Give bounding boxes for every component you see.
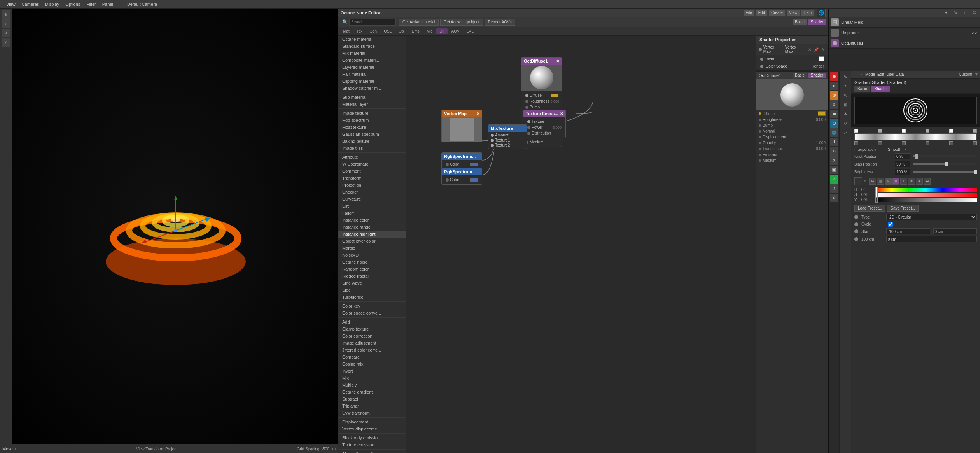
gradient-stop-bottom-2[interactable] (878, 141, 882, 145)
sidebar-item-composite[interactable]: Composite materi... (338, 57, 406, 64)
sidebar-item-shadow-catcher[interactable]: Shadow catcher m... (338, 85, 406, 92)
gradient-main-bar[interactable] (854, 133, 977, 140)
sidebar-item-add[interactable]: Add (338, 318, 406, 325)
menu-view-btn[interactable]: View (787, 10, 800, 16)
node-close-icon[interactable]: ✕ (556, 59, 559, 63)
tab-obj[interactable]: Obj (396, 28, 408, 34)
menu-create-btn[interactable]: Create (769, 10, 785, 16)
tab-c4d[interactable]: C4D (464, 28, 478, 34)
pin-vertex-map-btn[interactable]: 📌 (814, 47, 819, 52)
sidebar-item-mix-material[interactable]: Mix material (338, 50, 406, 57)
knot-slider-handle[interactable] (915, 154, 918, 159)
sidebar-item-image-texture[interactable]: Image texture (338, 110, 406, 117)
edit-vertex-map-btn[interactable]: ✎ (821, 47, 826, 52)
right-icon-rotate[interactable]: ↻ (841, 119, 850, 128)
search-input[interactable] (349, 19, 396, 26)
forward-btn[interactable]: → (859, 72, 863, 77)
menu-edit-btn[interactable]: Edit (756, 10, 767, 16)
sidebar-item-clamp-texture[interactable]: Clamp texture (338, 325, 406, 332)
gradient-stop-4[interactable] (926, 129, 929, 133)
sidebar-item-falloff[interactable]: Falloff (338, 210, 406, 217)
sidebar-item-sub-material[interactable]: Sub material (338, 94, 406, 101)
move-tool-btn[interactable]: ↕ (2, 19, 10, 28)
sidebar-item-transform[interactable]: Transform (338, 175, 406, 182)
gradient-stop-1[interactable] (854, 129, 858, 133)
sidebar-item-random-color[interactable]: Random color (338, 266, 406, 273)
sidebar-item-octane-noise[interactable]: Octane noise (338, 259, 406, 266)
sidebar-item-uvw-transform[interactable]: Uvw transform (338, 409, 406, 416)
rgb-wheel-btn[interactable]: ⊙ (869, 178, 876, 185)
basic-tab-btn[interactable]: Basic (793, 19, 807, 25)
sidebar-item-sine-wave[interactable]: Sine wave (338, 280, 406, 287)
menu-options[interactable]: Options (62, 2, 83, 7)
sidebar-item-multiply[interactable]: Multiply (338, 381, 406, 388)
sidebar-item-curvature[interactable]: Curvature (338, 196, 406, 203)
mix-texture-node[interactable]: MixTexture Amount Texture1 (488, 124, 527, 149)
gradient-shader-tab[interactable]: Shader (871, 86, 890, 92)
gradient-basic-tab[interactable]: Basic (854, 86, 870, 92)
sidebar-item-blackbody[interactable]: Blackbody emissio... (338, 434, 406, 441)
render-aov-btn[interactable]: Render AOVs (485, 19, 515, 26)
rpanel-edit-btn[interactable]: ✎ (951, 9, 960, 17)
gradient-stop-2[interactable] (878, 129, 882, 133)
gradient-stop-bottom-4[interactable] (926, 141, 929, 145)
right-icon-text[interactable]: T (841, 82, 850, 90)
sidebar-item-color-space[interactable]: Color space conve... (338, 310, 406, 317)
invert-checkbox[interactable] (819, 56, 824, 61)
rpanel-check-btn[interactable]: ✓ (961, 9, 969, 17)
menu-file-btn[interactable]: File (744, 10, 754, 16)
tab-aov[interactable]: AOV (448, 28, 463, 34)
start-y-input[interactable] (933, 228, 977, 234)
sidebar-item-triplanar[interactable]: Triplanar (338, 402, 406, 409)
gradient-stop-bottom-5[interactable] (949, 141, 953, 145)
oct-btn10[interactable]: ⟳ (830, 156, 838, 165)
tab-uti[interactable]: Uti (436, 28, 447, 34)
tab-mat[interactable]: Mat (340, 28, 353, 34)
sidebar-item-noise4d[interactable]: Noise4D (338, 252, 406, 259)
oct-btn12[interactable]: ✓ (830, 175, 838, 184)
gradient-stop-5[interactable] (949, 129, 953, 133)
type-select[interactable]: 2D - Circular (886, 214, 977, 220)
v-slider[interactable] (875, 198, 977, 202)
sidebar-item-instance-highlight[interactable]: Instance highlight (338, 231, 406, 238)
select-tool-btn[interactable]: ⊕ (2, 10, 10, 19)
sidebar-item-displacement[interactable]: Displacement (338, 418, 406, 425)
sidebar-item-object-layer-color[interactable]: Object layer color (338, 238, 406, 245)
sidebar-item-image-tiles[interactable]: Image tiles (338, 145, 406, 152)
sidebar-item-clipping[interactable]: Clipping material (338, 78, 406, 85)
sidebar-item-standard-surface[interactable]: Standard surface (338, 43, 406, 50)
add-icon[interactable]: + (14, 447, 17, 451)
tab-ems[interactable]: Ems (409, 28, 423, 34)
oct-btn5[interactable] (830, 110, 838, 118)
sidebar-item-invert[interactable]: Invert (338, 367, 406, 374)
sidebar-item-subtract[interactable]: Subtract (338, 395, 406, 402)
sidebar-item-baking[interactable]: Baking texture (338, 138, 406, 145)
rgb-aa-btn[interactable]: AA (924, 178, 931, 185)
sidebar-item-layered[interactable]: Layered material (338, 64, 406, 71)
brightness-handle[interactable] (974, 170, 977, 174)
sidebar-item-instance-range[interactable]: Instance range (338, 224, 406, 231)
rgb-t-btn[interactable]: T (900, 178, 907, 185)
rpanel-add-btn[interactable]: + (942, 9, 950, 17)
sidebar-item-mix[interactable]: Mix (338, 374, 406, 381)
sidebar-item-turbulence[interactable]: Turbulence (338, 294, 406, 301)
sidebar-item-marble[interactable]: Marble (338, 245, 406, 252)
menu-help-btn[interactable]: Help (801, 10, 814, 16)
sidebar-item-dirt[interactable]: Dirt (338, 203, 406, 210)
right-icon-scale[interactable]: ⤢ (841, 128, 850, 137)
sidebar-item-float-texture[interactable]: Float texture (338, 124, 406, 131)
vertex-map-node[interactable]: Vertex Map ✕ (441, 110, 482, 142)
sidebar-item-ridged-fractal[interactable]: Ridged fractal (338, 273, 406, 280)
sidebar-item-absorption[interactable]: Absorption mediu... (338, 450, 406, 453)
menu-display[interactable]: Display (42, 2, 62, 7)
cycle-checkbox[interactable] (888, 222, 893, 227)
sidebar-item-vertex-displacement[interactable]: Vertex displaceme... (338, 425, 406, 432)
custom-dropdown-btn[interactable]: ▼ (975, 72, 978, 77)
close-vertex-map-btn[interactable]: ✕ (807, 47, 812, 52)
tab-gen[interactable]: Gen (366, 28, 380, 34)
sidebar-item-octane-gradient[interactable]: Octane gradient (338, 388, 406, 395)
back-btn[interactable]: ← (853, 72, 857, 77)
gradient-stop-bottom-1[interactable] (854, 141, 858, 145)
rgb-spectrum1-node[interactable]: RgbSpectrum... Color (441, 152, 482, 169)
rgb-sliders-btn[interactable]: ||| (877, 178, 884, 185)
